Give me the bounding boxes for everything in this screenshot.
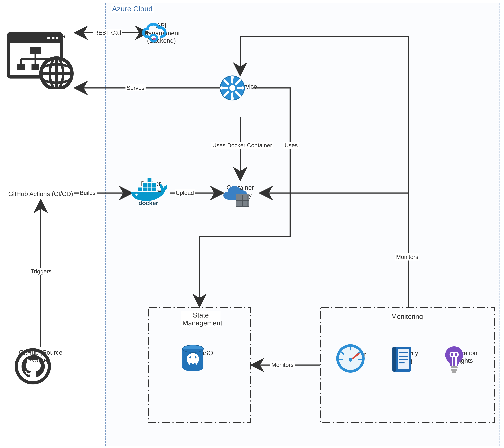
- group-monitoring-title: Monitoring: [390, 313, 424, 320]
- node-app-insights: Application Insights: [441, 344, 483, 364]
- group-state-title: State Management: [181, 311, 220, 327]
- edge-monitors-appsvc: [240, 37, 408, 307]
- diagram-canvas: Azure Cloud REST Call: [0, 0, 504, 448]
- svg-rect-11: [17, 64, 25, 70]
- edge-label-uses: Uses: [284, 142, 299, 149]
- node-postgresql: PostgreSQL: [180, 344, 219, 357]
- edge-monitors-registry: [260, 193, 408, 307]
- edge-label-serves: Serves: [126, 84, 145, 91]
- svg-point-67: [349, 358, 352, 362]
- node-mendix-website: Mendix Website: [7, 32, 79, 40]
- node-docker: docker Docker Container: [129, 175, 173, 195]
- svg-rect-41: [147, 183, 152, 187]
- edge-label-builds: Builds: [79, 189, 97, 196]
- svg-rect-69: [393, 347, 396, 372]
- svg-text:docker: docker: [139, 200, 158, 206]
- ghactions-label: GitHub Actions (CI/CD): [5, 190, 76, 198]
- svg-rect-77: [452, 371, 456, 373]
- edge-label-monitors-appsvc: Monitors: [395, 253, 419, 261]
- node-app-service: App Service: [219, 75, 261, 90]
- svg-point-32: [231, 97, 234, 100]
- svg-rect-40: [143, 183, 147, 187]
- svg-point-34: [241, 86, 244, 90]
- node-container-registry: Container Registry: [220, 180, 260, 199]
- svg-rect-42: [152, 183, 156, 187]
- svg-rect-38: [147, 187, 152, 192]
- node-github-actions: GitHub Actions (CI/CD): [5, 189, 76, 198]
- edge-label-rest: REST Call: [93, 29, 122, 36]
- svg-rect-75: [451, 366, 458, 368]
- svg-rect-36: [138, 187, 142, 192]
- svg-point-19: [153, 37, 156, 40]
- svg-rect-43: [147, 178, 152, 182]
- edge-label-upload: Upload: [175, 189, 195, 196]
- edge-label-triggers: Triggers: [30, 268, 53, 275]
- svg-point-31: [231, 76, 234, 79]
- svg-point-33: [220, 86, 223, 90]
- node-monitor: Monitor: [336, 344, 375, 358]
- edge-label-usesdocker: Uses Docker Container: [211, 142, 273, 149]
- svg-rect-39: [152, 187, 156, 192]
- svg-rect-4: [56, 37, 58, 39]
- svg-point-35: [135, 194, 138, 196]
- svg-rect-12: [32, 64, 39, 70]
- edge-label-monitors-state: Monitors: [270, 361, 295, 368]
- svg-rect-76: [451, 369, 457, 371]
- node-github-source: GitHub (Source Code): [15, 348, 67, 364]
- svg-rect-5: [30, 47, 41, 54]
- svg-rect-37: [143, 187, 147, 192]
- svg-point-2: [47, 37, 50, 39]
- svg-rect-3: [52, 37, 54, 39]
- node-activity-log: Activity log: [389, 344, 428, 364]
- svg-point-22: [229, 85, 235, 91]
- edges-svg: [0, 0, 504, 448]
- node-api-management: API Management (Backend): [139, 21, 184, 44]
